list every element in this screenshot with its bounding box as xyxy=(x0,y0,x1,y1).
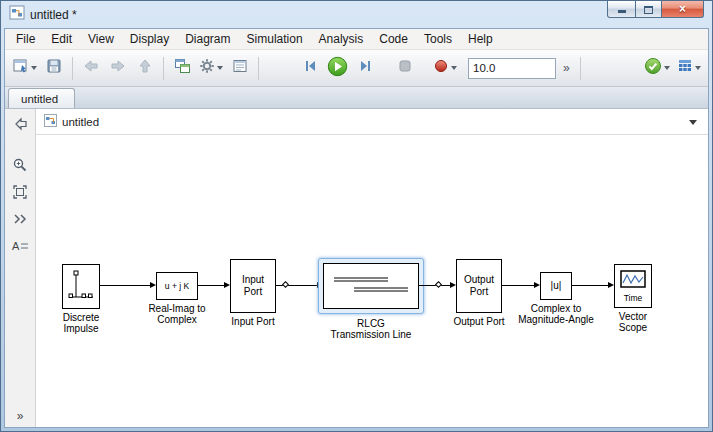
breadcrumb-dropdown-caret[interactable] xyxy=(689,120,697,125)
block-label-rlcg: RLCG Transmission Line xyxy=(311,318,431,340)
run-button[interactable] xyxy=(325,55,350,81)
sidebar-overflow-chevron[interactable]: » xyxy=(5,409,35,423)
panel-icon xyxy=(232,58,248,78)
model-advisor-button[interactable] xyxy=(642,55,672,81)
output-port-icon-text: Output xyxy=(464,274,494,286)
navigate-up-button[interactable] xyxy=(133,55,157,81)
menu-help[interactable]: Help xyxy=(460,30,501,48)
menu-diagram[interactable]: Diagram xyxy=(177,30,238,48)
real-imag-icon-text: u + j K xyxy=(165,280,189,292)
wire[interactable] xyxy=(419,285,450,286)
advisor-dropdown-caret[interactable] xyxy=(664,66,670,70)
record-dropdown-caret[interactable] xyxy=(451,66,457,70)
block-input-port[interactable]: Input Port xyxy=(230,259,276,313)
double-arrow-button[interactable] xyxy=(8,209,32,233)
maximize-button[interactable] xyxy=(635,1,662,18)
menu-edit[interactable]: Edit xyxy=(43,30,80,48)
breadcrumb: untitled xyxy=(36,109,708,135)
fit-view-button[interactable] xyxy=(8,182,32,206)
record-button[interactable] xyxy=(431,55,459,81)
tab-untitled[interactable]: untitled xyxy=(8,88,75,108)
record-icon xyxy=(433,58,449,78)
save-button[interactable] xyxy=(42,55,66,81)
magnifier-icon xyxy=(12,157,28,177)
minimize-icon xyxy=(618,10,626,13)
settings-dropdown-caret[interactable] xyxy=(217,66,223,70)
new-model-dropdown-caret[interactable] xyxy=(31,66,37,70)
block-label-real-imag: Real-Imag to Complex xyxy=(137,303,217,325)
window-title: untitled * xyxy=(30,8,77,22)
model-canvas[interactable]: Discrete Impulse u + j K Real-Imag to Co… xyxy=(36,135,708,427)
left-palette: A » xyxy=(5,109,36,427)
transmission-line-icon xyxy=(326,265,416,307)
port-diamond xyxy=(282,281,289,288)
up-arrow-icon xyxy=(137,58,153,78)
save-icon xyxy=(46,58,62,78)
block-label-discrete-impulse: Discrete Impulse xyxy=(46,312,116,334)
wire[interactable] xyxy=(100,285,150,286)
toolbar: » xyxy=(5,50,708,87)
step-forward-button[interactable] xyxy=(353,55,377,81)
step-back-button[interactable] xyxy=(298,55,322,81)
window-body: File Edit View Display Diagram Simulatio… xyxy=(4,28,709,428)
maximize-icon xyxy=(644,6,653,14)
navigate-forward-button[interactable] xyxy=(106,55,130,81)
navigate-back-button[interactable] xyxy=(79,55,103,81)
menu-display[interactable]: Display xyxy=(122,30,177,48)
block-complex-to-magnitude-angle[interactable]: |u| xyxy=(540,272,572,300)
scope-icon xyxy=(620,270,646,292)
menu-code[interactable]: Code xyxy=(371,30,416,48)
titlebar[interactable]: untitled * × xyxy=(1,1,712,28)
menu-simulation[interactable]: Simulation xyxy=(239,30,311,48)
wire[interactable] xyxy=(198,285,224,286)
annotation-button[interactable]: A xyxy=(8,236,32,260)
back-arrow-icon xyxy=(82,58,100,78)
window-controls: × xyxy=(608,1,704,18)
fit-view-icon xyxy=(12,184,28,204)
new-model-button[interactable] xyxy=(10,55,39,81)
block-real-imag-to-complex[interactable]: u + j K xyxy=(156,272,198,300)
forward-arrow-icon xyxy=(109,58,127,78)
stop-icon xyxy=(397,58,413,78)
stop-button[interactable] xyxy=(393,55,417,81)
dock-arrow-button[interactable] xyxy=(8,114,32,138)
run-icon xyxy=(327,56,348,81)
close-icon: × xyxy=(679,2,686,16)
wire[interactable] xyxy=(502,285,534,286)
breadcrumb-model-name[interactable]: untitled xyxy=(62,116,99,128)
toolbar-separator xyxy=(72,57,73,80)
menubar: File Edit View Display Diagram Simulatio… xyxy=(5,29,708,50)
library-dropdown-caret[interactable] xyxy=(695,66,701,70)
block-output-port[interactable]: Output Port xyxy=(456,259,502,313)
model-properties-button[interactable] xyxy=(228,55,252,81)
menu-file[interactable]: File xyxy=(8,30,43,48)
annotation-icon: A xyxy=(11,239,29,257)
sim-stop-time-input[interactable] xyxy=(468,58,556,79)
library-browser-button[interactable] xyxy=(675,55,703,81)
menu-analysis[interactable]: Analysis xyxy=(311,30,372,48)
step-forward-icon xyxy=(357,58,374,78)
block-label-input-port: Input Port xyxy=(213,316,293,327)
toolbar-separator xyxy=(580,57,581,80)
simulink-window: untitled * × File Edit View Display Diag… xyxy=(0,0,713,432)
menu-view[interactable]: View xyxy=(80,30,122,48)
model-settings-button[interactable] xyxy=(197,55,225,81)
block-rlcg-transmission-line[interactable] xyxy=(323,263,419,309)
input-port-icon-text: Input xyxy=(242,274,264,286)
editor: untitled xyxy=(36,109,708,427)
close-button[interactable]: × xyxy=(661,1,704,18)
svg-text:A: A xyxy=(12,240,20,252)
zoom-button[interactable] xyxy=(8,155,32,179)
scope-time-text: Time xyxy=(624,293,643,303)
main-area: A » xyxy=(5,109,708,427)
minimize-button[interactable] xyxy=(607,1,636,18)
toolbar-right-group xyxy=(642,55,703,81)
wire[interactable] xyxy=(572,285,608,286)
abs-icon-text: |u| xyxy=(551,280,562,292)
toolbar-overflow-chevron[interactable]: » xyxy=(559,61,574,75)
block-discrete-impulse[interactable] xyxy=(62,264,100,309)
block-vector-scope[interactable]: Time xyxy=(614,264,652,308)
model-browser-button[interactable] xyxy=(170,55,194,81)
menu-tools[interactable]: Tools xyxy=(416,30,460,48)
block-label-complex-to-mag: Complex to Magnitude-Angle xyxy=(506,303,606,325)
